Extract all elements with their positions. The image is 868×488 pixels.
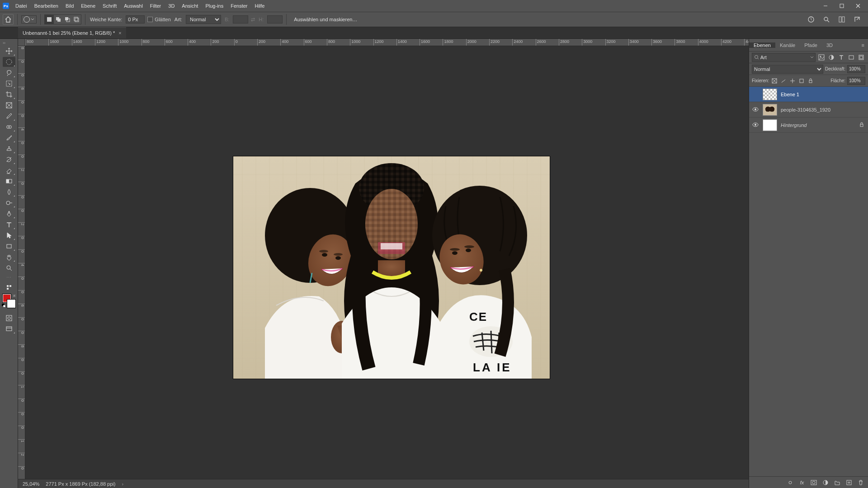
hand-tool[interactable] [3, 252, 15, 262]
menu-datei[interactable]: Datei [12, 3, 31, 9]
link-layers-icon[interactable] [787, 479, 794, 486]
close-button[interactable] [850, 0, 866, 12]
toolbox-more-icon[interactable]: ⋯ [6, 275, 11, 281]
background-color[interactable] [7, 300, 15, 308]
menu-bearbeiten[interactable]: Bearbeiten [31, 3, 62, 9]
select-and-mask-button[interactable]: Auswählen und maskieren… [290, 17, 361, 22]
lock-position-icon[interactable] [789, 77, 796, 84]
new-layer-icon[interactable] [845, 479, 853, 486]
brush-tool[interactable] [3, 133, 15, 143]
add-selection-button[interactable] [54, 15, 63, 24]
pen-tool[interactable] [3, 209, 15, 219]
status-menu-icon[interactable]: › [122, 481, 123, 487]
color-swatches[interactable]: ⤭ [3, 294, 15, 308]
layer-row[interactable]: Ebene 1 [749, 87, 868, 102]
lock-all-icon[interactable] [807, 77, 814, 84]
layer-style-icon[interactable]: fx [798, 479, 806, 486]
panel-tab-3d[interactable]: 3D [822, 42, 837, 48]
share-icon[interactable] [852, 14, 863, 25]
document-tab[interactable]: Unbenannt-1 bei 25% (Ebene 1, RGB/8) * × [18, 27, 126, 38]
close-tab-icon[interactable]: × [118, 30, 121, 36]
intersect-selection-button[interactable] [72, 15, 81, 24]
lock-brush-icon[interactable] [780, 77, 787, 84]
object-selection-tool[interactable] [3, 79, 15, 89]
home-button[interactable] [3, 14, 14, 25]
menu-hilfe[interactable]: Hilfe [251, 3, 268, 9]
frame-tool[interactable] [3, 100, 15, 110]
move-tool[interactable] [3, 46, 15, 56]
ruler-vertical[interactable]: 800600400200020040060080010001200 [18, 46, 25, 479]
zoom-level[interactable]: 25,04% [23, 481, 39, 487]
layer-search[interactable] [752, 53, 816, 62]
ruler-horizontal[interactable]: 8001600140012001000800600400200020040060… [25, 39, 749, 46]
panel-tab-pfade[interactable]: Pfade [800, 42, 822, 48]
tool-preset[interactable] [21, 15, 37, 23]
rectangle-tool[interactable] [3, 241, 15, 251]
layer-name[interactable]: Hintergrund [781, 122, 855, 128]
menu-fenster[interactable]: Fenster [227, 3, 251, 9]
default-colors-icon[interactable] [2, 304, 6, 308]
group-icon[interactable] [834, 479, 841, 486]
adjustment-layer-icon[interactable] [822, 479, 829, 486]
filter-smart-icon[interactable] [857, 53, 865, 61]
panel-tab-kanäle[interactable]: Kanäle [775, 42, 800, 48]
layer-name[interactable]: people-3104635_1920 [781, 107, 865, 113]
path-selection-tool[interactable] [3, 230, 15, 240]
healing-brush-tool[interactable] [3, 122, 15, 132]
layer-search-input[interactable] [760, 55, 809, 60]
menu-3d[interactable]: 3D [165, 3, 178, 9]
layer-row[interactable]: people-3104635_1920 [749, 102, 868, 117]
delete-layer-icon[interactable] [857, 479, 864, 486]
layer-row[interactable]: Hintergrund [749, 117, 868, 133]
type-tool[interactable] [3, 220, 15, 230]
toolbox-collapse-icon[interactable]: ›› [0, 41, 5, 45]
quick-mask-button[interactable] [3, 313, 15, 323]
search-icon[interactable] [821, 14, 832, 25]
panel-tab-ebenen[interactable]: Ebenen [749, 42, 775, 48]
menu-schrift[interactable]: Schrift [99, 3, 120, 9]
menu-filter[interactable]: Filter [146, 3, 165, 9]
gradient-tool[interactable] [3, 176, 15, 186]
maximize-button[interactable] [834, 0, 850, 12]
new-selection-button[interactable] [45, 15, 54, 24]
lasso-tool[interactable] [3, 68, 15, 78]
opacity-input[interactable] [847, 65, 865, 73]
style-select[interactable]: Normal [186, 15, 221, 24]
feather-input[interactable] [126, 15, 145, 23]
zoom-tool[interactable] [3, 263, 15, 273]
visibility-toggle[interactable] [752, 106, 759, 113]
clone-stamp-tool[interactable] [3, 144, 15, 154]
canvas[interactable]: CE LA IE [25, 46, 749, 479]
history-brush-tool[interactable] [3, 155, 15, 164]
layer-mask-icon[interactable] [810, 479, 817, 486]
blur-tool[interactable] [3, 187, 15, 197]
filter-adjust-icon[interactable] [827, 53, 835, 61]
swap-colors-icon[interactable]: ⤭ [13, 294, 16, 298]
workspace-icon[interactable] [836, 14, 847, 25]
layer-name[interactable]: Ebene 1 [781, 92, 865, 97]
eraser-tool[interactable] [3, 165, 15, 175]
menu-auswahl[interactable]: Auswahl [120, 3, 146, 9]
minimize-button[interactable] [817, 0, 834, 12]
filter-shape-icon[interactable] [847, 53, 855, 61]
crop-tool[interactable] [3, 89, 15, 99]
filter-type-icon[interactable] [837, 53, 845, 61]
menu-ansicht[interactable]: Ansicht [178, 3, 202, 9]
visibility-toggle[interactable] [752, 122, 759, 129]
screen-mode-button[interactable] [3, 324, 15, 334]
fill-input[interactable] [847, 77, 865, 85]
lock-pixels-icon[interactable] [771, 77, 778, 84]
ruler-origin[interactable] [18, 39, 25, 46]
filter-image-icon[interactable] [817, 53, 826, 61]
eyedropper-tool[interactable] [3, 111, 15, 121]
elliptical-marquee-tool[interactable] [3, 57, 15, 67]
menu-ebene[interactable]: Ebene [77, 3, 99, 9]
subtract-selection-button[interactable] [63, 15, 72, 24]
antialias-checkbox[interactable]: Glätten [147, 17, 170, 22]
menu-bild[interactable]: Bild [62, 3, 77, 9]
lock-artboard-icon[interactable] [798, 77, 805, 84]
menu-plug-ins[interactable]: Plug-ins [202, 3, 227, 9]
blend-mode-select[interactable]: Normal [752, 65, 823, 74]
dodge-tool[interactable] [3, 198, 15, 208]
panel-menu-icon[interactable]: ≡ [858, 42, 868, 48]
